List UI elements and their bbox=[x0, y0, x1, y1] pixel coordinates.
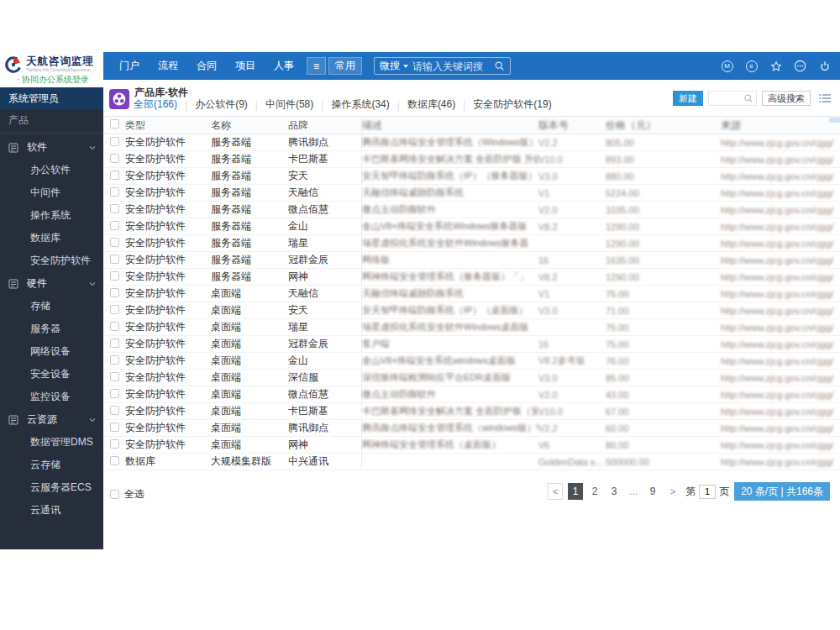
sidebar-item-服务器[interactable]: 服务器 bbox=[0, 318, 103, 340]
table-row[interactable]: 安全防护软件 服务器端 腾讯御点 腾讯御点终端安全管理系统（Windows版） … bbox=[103, 134, 840, 151]
row-checkbox[interactable] bbox=[110, 423, 119, 432]
page-number[interactable]: ... bbox=[626, 483, 641, 500]
global-search-input[interactable] bbox=[412, 60, 490, 72]
page-number[interactable]: 3 bbox=[606, 483, 622, 500]
row-checkbox[interactable] bbox=[110, 137, 119, 146]
m-circle-icon[interactable]: M bbox=[721, 60, 733, 72]
next-page-button[interactable]: > bbox=[665, 483, 680, 500]
row-checkbox[interactable] bbox=[110, 406, 119, 415]
sidebar-item-数据管理DMS[interactable]: 数据管理DMS bbox=[0, 431, 103, 454]
table-search-field[interactable] bbox=[708, 91, 757, 106]
sidebar-group-硬件[interactable]: 硬件 bbox=[0, 272, 103, 295]
category-tab[interactable]: 数据库(46) bbox=[407, 97, 455, 112]
chevron-down-icon[interactable] bbox=[89, 281, 96, 286]
table-row[interactable]: 安全防护软件 桌面端 金山 金山V8+终端安全系统windows桌面版 V8.2… bbox=[103, 353, 840, 370]
table-row[interactable]: 安全防护软件 服务器端 网神 网神终端安全管理系统（服务器版）「」 V8.2 1… bbox=[103, 269, 840, 286]
nav-item[interactable]: 合同 bbox=[187, 52, 226, 80]
table-row[interactable]: 安全防护软件 服务器端 金山 金山V8+终端安全系统Windows服务器版 V8… bbox=[103, 218, 840, 235]
sidebar-item-监控设备[interactable]: 监控设备 bbox=[0, 386, 103, 408]
global-search-box[interactable]: 微搜 bbox=[374, 57, 511, 75]
more-circle-icon[interactable] bbox=[794, 60, 806, 72]
category-tab[interactable]: 办公软件(9) bbox=[195, 97, 248, 112]
message-circle-icon[interactable]: e bbox=[745, 60, 758, 72]
table-row[interactable]: 安全防护软件 服务器端 微点佰慧 微点主动防御软件 V2.0 1035.00 h… bbox=[103, 202, 840, 218]
table-row[interactable]: 安全防护软件 桌面端 卡巴斯基 卡巴斯基网络安全解决方案 全面防护版（安全） +… bbox=[103, 403, 840, 420]
row-checkbox[interactable] bbox=[110, 322, 119, 331]
nav-item[interactable]: 门户 bbox=[110, 52, 149, 80]
table-search-input[interactable] bbox=[711, 93, 743, 103]
sidebar-item-中间件[interactable]: 中间件 bbox=[0, 181, 103, 204]
select-all-checkbox[interactable] bbox=[110, 490, 119, 499]
select-all-control[interactable]: 全选 bbox=[103, 487, 144, 501]
row-checkbox[interactable] bbox=[110, 221, 119, 230]
page-number[interactable]: 1 bbox=[568, 483, 583, 500]
sidebar-item-云存储[interactable]: 云存储 bbox=[0, 454, 103, 476]
table-row[interactable]: 安全防护软件 服务器端 冠群金辰 网络版 16 1635.00 http://w… bbox=[103, 252, 840, 269]
row-checkbox[interactable] bbox=[110, 288, 119, 297]
horizontal-scrollbar-thumb[interactable] bbox=[829, 118, 840, 123]
chevron-down-icon[interactable] bbox=[89, 417, 96, 423]
power-icon[interactable] bbox=[818, 60, 831, 72]
sidebar-group-软件[interactable]: 软件 bbox=[0, 136, 103, 159]
row-checkbox[interactable] bbox=[110, 171, 119, 180]
table-row[interactable]: 安全防护软件 桌面端 瑞星 瑞星虚拟化系统安全软件Windows桌面版 75.0… bbox=[103, 319, 840, 336]
row-checkbox[interactable] bbox=[110, 355, 119, 365]
row-checkbox[interactable] bbox=[110, 305, 119, 314]
table-row[interactable]: 安全防护软件 桌面端 腾讯御点 腾讯御点终端安全管理系统（windows版）V2… bbox=[103, 420, 840, 437]
table-row[interactable]: 安全防护软件 桌面端 微点佰慧 微点主动防御软件 V2.0 43.00 http… bbox=[103, 386, 840, 403]
sidebar-item-存储[interactable]: 存储 bbox=[0, 295, 103, 318]
row-checkbox[interactable] bbox=[110, 255, 119, 264]
row-checkbox[interactable] bbox=[110, 271, 119, 281]
header-checkbox[interactable] bbox=[110, 119, 119, 129]
search-icon[interactable] bbox=[743, 93, 753, 103]
oa-login-link[interactable]: · 协同办公系统登录 bbox=[17, 74, 89, 86]
sidebar-group-云资源[interactable]: 云资源 bbox=[0, 408, 103, 431]
sidebar-item-云通讯[interactable]: 云通讯 bbox=[0, 499, 103, 522]
sidebar-item-网络设备[interactable]: 网络设备 bbox=[0, 340, 103, 363]
page-number[interactable]: 9 bbox=[645, 483, 660, 500]
sidebar-item-安全设备[interactable]: 安全设备 bbox=[0, 363, 103, 386]
row-checkbox[interactable] bbox=[110, 372, 119, 381]
favorite-star-icon[interactable] bbox=[769, 60, 782, 72]
hamburger-menu-button[interactable]: ≡ bbox=[307, 57, 326, 75]
sidebar-item-安全防护软件[interactable]: 安全防护软件 bbox=[0, 249, 103, 272]
row-checkbox[interactable] bbox=[110, 339, 119, 348]
new-button[interactable]: 新建 bbox=[673, 91, 703, 106]
row-checkbox[interactable] bbox=[110, 238, 119, 247]
table-row[interactable]: 安全防护软件 服务器端 安天 安天智甲终端防御系统（IP）（服务器版） V3.0… bbox=[103, 168, 840, 185]
list-view-icon[interactable] bbox=[819, 93, 832, 103]
category-tab[interactable]: 全部(166) bbox=[134, 97, 177, 112]
table-row[interactable]: 安全防护软件 桌面端 冠群金辰 客户端 16 75.00 http://www.… bbox=[103, 336, 840, 353]
search-scope-dropdown[interactable]: 微搜 bbox=[380, 59, 408, 73]
chevron-down-icon[interactable] bbox=[89, 145, 96, 150]
sidebar-item-操作系统[interactable]: 操作系统 bbox=[0, 204, 103, 227]
nav-item[interactable]: 项目 bbox=[226, 52, 265, 80]
table-row[interactable]: 安全防护软件 服务器端 瑞星 瑞星虚拟化系统安全软件Windows服务器 129… bbox=[103, 235, 840, 252]
row-checkbox[interactable] bbox=[110, 187, 119, 197]
sidebar-item-云服务器ECS[interactable]: 云服务器ECS bbox=[0, 476, 103, 499]
category-tab[interactable]: 安全防护软件(19) bbox=[473, 97, 551, 112]
nav-item[interactable]: 流程 bbox=[149, 52, 187, 80]
advanced-search-button[interactable]: 高级搜索 bbox=[762, 91, 811, 106]
sidebar-item-办公软件[interactable]: 办公软件 bbox=[0, 159, 103, 181]
table-row[interactable]: 数据库 大规模集群版 中兴通讯 GoldenData s… 500000.00 … bbox=[103, 454, 840, 470]
search-icon[interactable] bbox=[494, 60, 505, 71]
category-tab[interactable]: 中间件(58) bbox=[265, 97, 313, 112]
page-jump-input[interactable] bbox=[699, 485, 716, 499]
row-checkbox[interactable] bbox=[110, 204, 119, 213]
row-checkbox[interactable] bbox=[110, 439, 119, 449]
table-row[interactable]: 安全防护软件 服务器端 天融信 天融信终端威胁防御系统 V1 5224.00 h… bbox=[103, 185, 840, 202]
row-checkbox[interactable] bbox=[110, 389, 119, 398]
page-number[interactable]: 2 bbox=[587, 483, 602, 500]
table-row[interactable]: 安全防护软件 桌面端 天融信 天融信终端威胁防御系统 V1 75.00 http… bbox=[103, 286, 840, 302]
category-tab[interactable]: 操作系统(34) bbox=[331, 97, 389, 112]
table-row[interactable]: 安全防护软件 桌面端 深信服 深信服终端检测响应平台EDR桌面版 V3.0 85… bbox=[103, 370, 840, 386]
row-checkbox[interactable] bbox=[110, 456, 119, 465]
row-checkbox[interactable] bbox=[110, 154, 119, 163]
table-row[interactable]: 安全防护软件 服务器端 卡巴斯基 卡巴斯基网络安全解决方案 全面防护版 升级 V… bbox=[103, 151, 840, 168]
table-row[interactable]: 安全防护软件 桌面端 安天 安天智甲终端防御系统（IP）（桌面版） V3.0 7… bbox=[103, 302, 840, 319]
sidebar-item-数据库[interactable]: 数据库 bbox=[0, 227, 103, 249]
favorites-nav-button[interactable]: 常用 bbox=[328, 57, 362, 75]
prev-page-button[interactable]: < bbox=[548, 483, 563, 500]
nav-item[interactable]: 人事 bbox=[265, 52, 303, 80]
